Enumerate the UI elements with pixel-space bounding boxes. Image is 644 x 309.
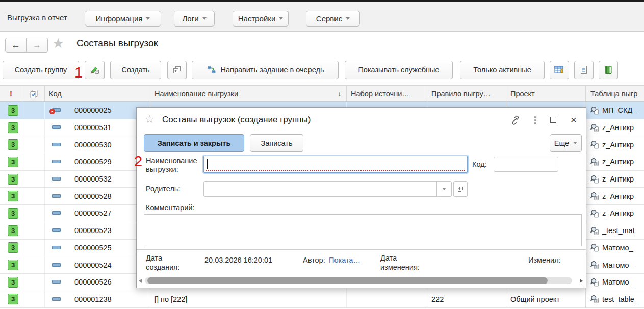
menu-information[interactable]: Информация <box>85 11 161 27</box>
row-name-cell[interactable]: [] по [222] <box>150 291 347 308</box>
magnifier-doc-icon <box>590 295 599 303</box>
magnifier-doc-icon <box>590 158 599 166</box>
send-task-to-queue-button[interactable]: Направить задание в очередь <box>192 61 339 79</box>
row-table-text: z_Антикр <box>602 209 634 217</box>
edit-schedule-button[interactable] <box>85 61 105 79</box>
horizontal-scrollbar <box>137 276 586 286</box>
link-icon[interactable] <box>510 115 520 125</box>
row-source-cell[interactable] <box>347 291 427 308</box>
code-input[interactable] <box>494 157 558 172</box>
annotation-marker-2: 2 <box>134 154 142 169</box>
create-group-button[interactable]: Создать группу <box>3 61 79 79</box>
green-book-button[interactable] <box>599 61 618 79</box>
column-source-set[interactable]: Набор источни… <box>347 86 427 101</box>
back-button[interactable]: ← <box>5 38 27 53</box>
row-table-cell[interactable]: z_Антикр <box>585 153 644 170</box>
name-input[interactable] <box>203 156 468 173</box>
row-alert-cell: 3 <box>0 240 22 256</box>
column-selector[interactable] <box>22 86 45 101</box>
parent-dropdown-button[interactable] <box>436 182 451 196</box>
row-alert-cell: 3 <box>0 222 22 239</box>
column-project[interactable]: Проект <box>506 86 585 101</box>
create-button[interactable]: Создать <box>110 61 161 79</box>
show-service-button[interactable]: Показывать служебные <box>345 61 453 79</box>
close-icon[interactable]: × <box>571 116 577 123</box>
save-and-close-button[interactable]: Записать и закрыть <box>144 134 244 152</box>
row-table-cell[interactable]: Матомо_ <box>585 274 644 291</box>
scroll-right-icon[interactable] <box>580 279 583 283</box>
scrollbar-thumb[interactable] <box>147 277 548 284</box>
row-code-cell[interactable]: × 000000532 <box>45 171 150 188</box>
save-button[interactable]: Записать <box>250 134 303 152</box>
column-name-label: Наименование выгрузки <box>154 90 238 98</box>
row-selector-cell <box>22 119 45 136</box>
row-table-cell[interactable]: z_Антикр <box>585 188 644 204</box>
row-table-cell[interactable]: z_Антикр <box>585 136 644 153</box>
author-link[interactable]: Поката… <box>329 255 360 265</box>
save-and-close-label: Записать и закрыть <box>158 139 231 147</box>
chevron-down-icon <box>279 17 283 20</box>
document-view-button[interactable] <box>574 61 594 79</box>
copy-button[interactable] <box>167 61 187 79</box>
more-button[interactable]: Еще <box>550 134 582 152</box>
column-target-table[interactable]: Таблица выгр <box>585 86 644 101</box>
row-table-cell[interactable]: Матомо_ <box>585 256 644 273</box>
row-badge: 3 <box>8 174 18 185</box>
row-code-cell[interactable]: × 000000530 <box>45 136 150 153</box>
row-code-cell[interactable]: × 000000525 <box>45 240 150 256</box>
queue-cylinders-icon <box>207 65 217 75</box>
favorite-star-icon[interactable]: ★ <box>52 35 64 52</box>
menu-service[interactable]: Сервис <box>306 11 360 27</box>
row-table-cell[interactable]: z_Антикр <box>585 205 644 222</box>
row-table-cell[interactable]: Матомо_ <box>585 240 644 256</box>
row-code-cell[interactable]: × 000000523 <box>45 222 150 239</box>
column-code[interactable]: Код <box>45 86 150 101</box>
magnifier-doc-icon <box>590 243 599 252</box>
row-code-cell[interactable]: × 000001238 <box>45 291 150 308</box>
table-row[interactable]: 3 × 000001238 [] по [222] 222 Общий прое… <box>0 291 644 308</box>
column-alert[interactable]: ! <box>0 86 22 101</box>
row-code-cell[interactable]: × 000000524 <box>45 256 150 273</box>
deleted-mark-icon: × <box>49 109 55 114</box>
comment-textarea[interactable] <box>144 214 582 246</box>
menu-logs[interactable]: Логи <box>174 11 215 27</box>
report-table-button[interactable] <box>550 61 569 79</box>
dialog-favorite-star-icon[interactable]: ☆ <box>145 113 154 125</box>
row-code-cell[interactable]: × 000000527 <box>45 205 150 222</box>
modified-by-label: Изменил: <box>528 255 561 265</box>
element-icon: × <box>52 210 61 216</box>
scroll-left-icon[interactable] <box>139 279 142 283</box>
list-toolbar: Создать группу Создать Направить задание… <box>0 56 644 85</box>
row-table-text: _test_mat <box>602 226 635 235</box>
required-field-underline <box>206 170 465 171</box>
created-date-label: Дата создания: <box>146 253 189 272</box>
row-code-cell[interactable]: × 000000025 <box>45 102 150 119</box>
row-table-cell[interactable]: _test_mat <box>585 222 644 239</box>
more-menu-icon[interactable] <box>534 116 536 124</box>
row-project-cell[interactable]: Общий проект <box>506 291 585 308</box>
column-rule[interactable]: Правило выгру… <box>427 86 506 101</box>
row-table-cell[interactable]: z_Антикр <box>585 119 644 136</box>
row-table-text: z_Антикр <box>602 158 634 166</box>
only-active-button[interactable]: Только активные <box>460 61 545 79</box>
column-name[interactable]: Наименование выгрузки ↓ <box>150 86 347 101</box>
element-icon: × <box>52 279 61 285</box>
row-badge: 3 <box>8 157 18 167</box>
row-table-cell[interactable]: МП_СКД_ <box>585 102 644 119</box>
row-table-cell[interactable]: z_Антикр <box>585 171 644 188</box>
code-field-label: Код: <box>472 160 487 169</box>
maximize-icon[interactable] <box>550 117 556 123</box>
parent-input[interactable] <box>203 181 452 197</box>
scrollbar-track[interactable] <box>145 277 572 284</box>
row-code-cell[interactable]: × 000000528 <box>45 188 150 204</box>
row-table-cell[interactable]: test_table_ <box>585 291 644 308</box>
row-code-cell[interactable]: × 000000531 <box>45 119 150 136</box>
row-badge: 3 <box>8 105 18 116</box>
forward-button[interactable]: → <box>27 38 48 53</box>
back-arrow-icon: ← <box>12 40 20 50</box>
row-code-cell[interactable]: × 000000526 <box>45 274 150 291</box>
parent-open-button[interactable] <box>453 181 468 197</box>
row-rule-cell[interactable]: 222 <box>427 291 506 308</box>
menu-settings[interactable]: Настройки <box>233 11 289 27</box>
create-label: Создать <box>121 66 149 74</box>
